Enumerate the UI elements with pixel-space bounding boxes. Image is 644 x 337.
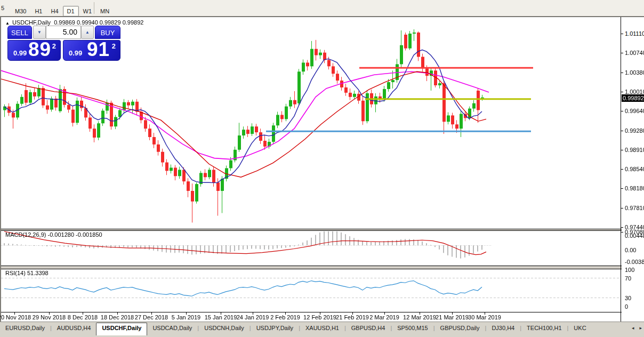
price-axis-label: 0.97810	[625, 205, 644, 211]
chart-canvas[interactable]	[1, 17, 622, 322]
chart-tab-usdchf-daily[interactable]: USDCHF,Daily	[96, 323, 147, 335]
toolbar-separator	[94, 2, 94, 14]
tab-scroll-buttons: ◂▸	[626, 325, 642, 331]
tab-scroll-right-icon[interactable]: ▸	[639, 325, 642, 331]
timeframe-button-m30[interactable]: M30	[11, 6, 30, 17]
buy-price-small: 0.99	[69, 49, 82, 57]
indicator-axis-label: 100	[625, 267, 634, 273]
volume-input[interactable]: 5.00	[46, 26, 81, 39]
indicator-axis-label: 0.004487	[625, 233, 644, 239]
buy-price-panel[interactable]: 0.99 91 2	[63, 40, 120, 61]
price-axis-tick	[621, 232, 623, 232]
tab-scroll-left-icon[interactable]: ◂	[632, 325, 634, 331]
chart-tab-eurusd-daily[interactable]: EURUSD,Daily	[0, 323, 50, 335]
chart-tab-usdcad-daily[interactable]: USDCAD,Daily	[147, 323, 197, 335]
chart-tab-audusd-h4[interactable]: AUDUSD,H4	[52, 323, 96, 335]
price-axis-tick	[621, 150, 623, 150]
timeframe-button-5[interactable]: 5	[0, 3, 11, 13]
date-axis-label: 27 Dec 2018	[135, 314, 168, 320]
buy-button[interactable]: BUY	[95, 26, 120, 39]
chart-tab-usdjpy-daily[interactable]: USDJPY,Daily	[251, 323, 299, 335]
symbol-label: USDCHF,Daily	[12, 19, 51, 26]
macd-values: -0.001280 -0.001850	[47, 231, 102, 238]
date-axis-label: 2 Mar 2019	[369, 314, 399, 320]
date-axis-label: 29 Nov 2018	[33, 314, 66, 320]
timeframe-button-h1[interactable]: H1	[30, 6, 46, 17]
timeframe-toolbar: 5M30H1H4D1W1MN	[0, 0, 644, 17]
volume-decrease-button[interactable]: ▼	[33, 26, 46, 39]
chart-tab-usdcnh-daily[interactable]: USDCNH,Daily	[199, 323, 249, 335]
sell-button[interactable]: SELL	[7, 26, 32, 39]
chart-tab-sp500-m15[interactable]: SP500,M15	[392, 323, 433, 335]
rsi-indicator-label: RSI(14) 51.3398	[5, 270, 49, 276]
sell-price-sup: 2	[52, 42, 56, 50]
chart-tab-dj30-h4[interactable]: DJ30,H4	[486, 323, 520, 335]
date-axis-label: 21 Feb 2019	[336, 314, 369, 320]
indicator-axis-label: 0	[625, 304, 628, 310]
price-axis-tick	[621, 227, 623, 228]
buy-price-sup: 2	[112, 42, 116, 50]
price-axis-label: 1.00740	[625, 50, 644, 56]
price-axis-tick	[621, 208, 623, 208]
price-axis-tick	[621, 53, 623, 53]
timeframe-button-d1[interactable]: D1	[63, 6, 79, 17]
date-axis-label: 2 Feb 2019	[270, 314, 300, 320]
ohlc-low: 0.99829	[100, 19, 121, 26]
price-axis-border	[621, 17, 621, 322]
timeframe-button-h4[interactable]: H4	[46, 6, 62, 17]
date-axis-label: 8 Dec 2018	[68, 314, 98, 320]
date-axis-label: 15 Jan 2019	[205, 314, 237, 320]
date-axis-label: 24 Jan 2019	[237, 314, 269, 320]
buy-price-big: 91	[87, 38, 110, 61]
chart-window: ▲USDCHF,Daily 0.99869 0.99940 0.99829 0.…	[0, 17, 644, 322]
date-axis-label: 12 Mar 2019	[403, 314, 436, 320]
rsi-value: 51.3398	[27, 270, 49, 276]
indicator-axis-label: -0.003883	[625, 259, 644, 265]
collapse-trade-panel-icon[interactable]: ▲	[5, 21, 10, 26]
date-axis-label: 12 Feb 2019	[303, 314, 336, 320]
ohlc-open: 0.99869	[54, 19, 75, 26]
mt-trading-window: 5M30H1H4D1W1MN ▲USDCHF,Daily 0.99869 0.9…	[0, 0, 644, 337]
price-axis-label: 0.99640	[625, 108, 644, 114]
date-axis-label: 20 Nov 2018	[0, 314, 31, 320]
price-axis-label: 1.00380	[625, 70, 644, 76]
sell-price-panel[interactable]: 0.99 89 2	[7, 40, 61, 61]
chart-tab-gbpusd-h4[interactable]: GBPUSD,H4	[346, 323, 391, 335]
indicator-axis-label: 70	[625, 276, 631, 282]
ohlc-high: 0.99940	[77, 19, 98, 26]
indicator-axis-label: 30	[625, 295, 631, 301]
price-axis-label: 0.98180	[625, 186, 644, 191]
timeframe-button-mn[interactable]: MN	[96, 6, 114, 17]
price-axis-label: 1.01110	[625, 31, 644, 37]
price-axis-tick	[621, 131, 623, 131]
price-axis-tick	[621, 73, 623, 73]
chart-tab-tech100-h1[interactable]: TECH100,H1	[521, 323, 567, 335]
price-axis-tick	[621, 111, 623, 111]
date-axis-label: 18 Dec 2018	[101, 314, 134, 320]
date-axis-label: 30 Mar 2019	[468, 314, 501, 320]
chart-tab-bar: EURUSD,Daily|AUDUSD,H4USDCHF,DailyUSDCAD…	[0, 322, 644, 337]
price-axis-tick	[621, 188, 623, 189]
price-axis-label: 0.98910	[625, 147, 644, 153]
chart-tab-xauusd-h1[interactable]: XAUUSD,H1	[300, 323, 344, 335]
price-axis-tick	[621, 92, 623, 92]
chart-header: ▲USDCHF,Daily 0.99869 0.99940 0.99829 0.…	[5, 19, 143, 26]
ohlc-close: 0.99892	[123, 19, 144, 26]
price-axis-label: 0.99280	[625, 128, 644, 134]
price-axis-label: 0.98540	[625, 166, 644, 172]
price-axis-tick	[621, 169, 623, 170]
sell-price-big: 89	[28, 38, 51, 61]
chart-tab-ukc[interactable]: UKC	[568, 323, 591, 335]
macd-indicator-label: MACD(12,26,9) -0.001280 -0.001850	[5, 231, 102, 238]
current-price-tag: 0.99892	[622, 94, 644, 102]
volume-increase-button[interactable]: ▲	[81, 26, 94, 39]
date-axis-label: 21 Mar 2019	[436, 314, 469, 320]
price-axis-tick	[621, 34, 623, 34]
indicator-axis-label: 0.00	[625, 247, 636, 253]
date-axis-label: 5 Jan 2019	[172, 314, 200, 320]
chart-tab-gbpusd-daily[interactable]: GBPUSD,Daily	[435, 323, 485, 335]
sell-price-small: 0.99	[13, 49, 27, 57]
